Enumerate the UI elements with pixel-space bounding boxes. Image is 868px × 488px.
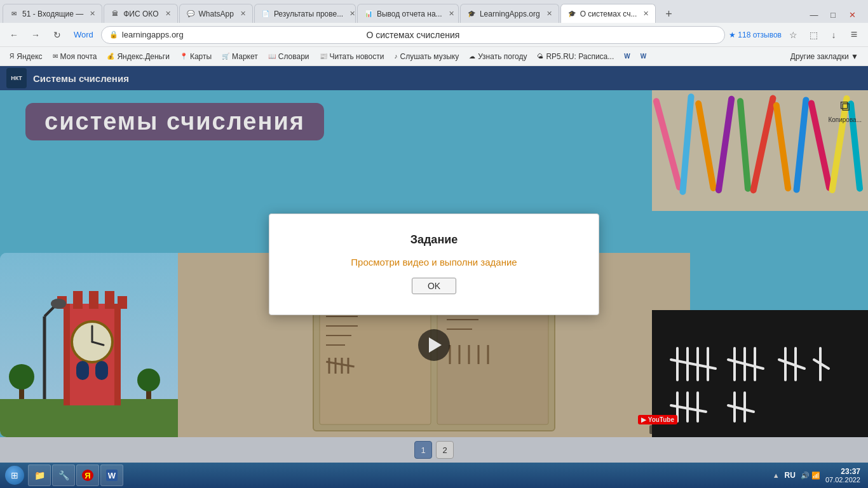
bookmark-dict-label: Словари [278,52,309,61]
maps-favicon: 📍 [180,53,187,60]
rp5-favicon: 🌤 [537,53,543,60]
tab-whatsapp[interactable]: 💬 WhatsApp ✕ [179,4,253,23]
market-favicon: 🛒 [222,53,229,60]
start-button[interactable]: ⊞ [3,464,27,487]
audio-network-icons: 🔊 📶 [801,471,820,480]
content-area: НКТ Системы счисления ⧉ Копирова... сист… [0,66,868,463]
taskbar-explorer[interactable]: 📁 [28,464,51,486]
tab-inbox[interactable]: ✉ 51 - Входящие — ✕ [3,4,102,23]
tab-close-results[interactable]: ✕ [349,10,355,18]
menu-icon[interactable]: ≡ [845,26,863,44]
bookmarks-bar: Я Яндекс ✉ Моя почта 💰 Яндекс.Деньги 📍 К… [0,47,868,66]
tab-favicon-fis: 🏛 [111,10,119,18]
audio-icon: 🔊 [801,471,810,480]
dict-favicon: 📖 [268,53,276,60]
bookmark-maps-label: Карты [190,52,212,61]
address-input[interactable]: 🔒 learningapps.org [101,26,725,44]
tab-learningapps[interactable]: 🎓 LearningApps.org ✕ [460,4,559,23]
tab-results[interactable]: 📄 Результаты прове... ✕ [254,4,356,23]
modal-text: Просмотри видео и выполни задание [351,257,517,268]
bookmark-rp5[interactable]: 🌤 RP5.RU: Расписа... [532,51,618,62]
bookmark-icon[interactable]: ☆ [784,26,802,44]
other-bookmarks-button[interactable]: Другие закладки ▼ [786,51,863,62]
bookmark-yandex-label: Яндекс [17,52,42,61]
bookmark-money[interactable]: 💰 Яндекс.Деньги [102,51,173,62]
tab-bar: ✉ 51 - Входящие — ✕ 🏛 ФИС ОКО ✕ 💬 WhatsA… [0,0,868,23]
forward-button[interactable]: → [27,26,44,44]
date-display: 07.02.2022 [825,476,860,484]
tab-label-inbox: 51 - Входящие — [22,10,83,18]
other-bookmarks-label: Другие закладки ▼ [790,52,858,61]
taskbar-word[interactable]: W [100,464,123,486]
screenshot-icon[interactable]: ⬚ [804,26,822,44]
lock-icon: 🔒 [109,30,118,39]
url-text: learningapps.org [122,30,717,39]
start-orb: ⊞ [5,466,24,485]
yandex-taskbar-icon: Я [82,470,93,481]
explorer-icon: 📁 [34,470,45,481]
tab-label-systems: О системах сч... [580,10,637,18]
reviews-label: ★ 118 отзывов [729,30,782,39]
tab-report[interactable]: 📊 Вывод отчета на... ✕ [357,4,459,23]
tab-favicon-whatsapp: 💬 [186,10,195,18]
bookmark-w2[interactable]: W [636,51,651,61]
language-indicator[interactable]: RU [785,471,796,480]
right-toolbar: ★ 118 отзывов ☆ ⬚ ↓ ≡ [729,26,863,44]
tab-label-results: Результаты прове... [274,10,343,18]
browser-frame: ✉ 51 - Входящие — ✕ 🏛 ФИС ОКО ✕ 💬 WhatsA… [0,0,868,488]
taskbar-tools[interactable]: 🔧 [52,464,75,486]
maximize-button[interactable]: □ [825,6,841,23]
bookmark-mail-label: Моя почта [60,52,97,61]
bookmark-news-label: Читать новости [330,52,384,61]
word-label: Word [74,30,93,39]
bookmark-money-label: Яндекс.Деньги [117,52,169,61]
reviews-button[interactable]: ★ 118 отзывов [729,30,782,39]
music-favicon: ♪ [394,53,397,60]
tab-favicon-learningapps: 🎓 [467,10,476,18]
tab-label-report: Вывод отчета на... [377,10,442,18]
taskbar: ⊞ 📁 🔧 Я W ▲ RU 🔊 📶 23:37 07.02.202 [0,463,868,488]
tab-label-fis: ФИС ОКО [123,10,158,18]
w1-favicon: W [624,53,630,60]
bookmark-music[interactable]: ♪ Слушать музыку [390,51,463,62]
bookmark-yandex[interactable]: Я Яндекс [5,51,47,62]
taskbar-clock[interactable]: 23:37 07.02.2022 [825,467,860,484]
tab-close-report[interactable]: ✕ [449,10,454,18]
yandex-favicon: Я [10,53,14,60]
modal-ok-button[interactable]: OK [412,278,456,294]
taskbar-right: ▲ RU 🔊 📶 23:37 07.02.2022 [773,467,865,484]
window-controls: — □ ✕ [806,6,865,23]
minimize-button[interactable]: — [806,6,822,23]
tab-label-whatsapp: WhatsApp [199,10,234,18]
modal-overlay: Задание Просмотри видео и выполни задани… [0,66,868,463]
tab-close-learningapps[interactable]: ✕ [546,10,552,18]
system-tray-icons: ▲ [773,471,780,479]
modal-title: Задание [410,233,458,247]
time-display: 23:37 [825,467,860,476]
tab-fis[interactable]: 🏛 ФИС ОКО ✕ [104,4,177,23]
tab-close-fis[interactable]: ✕ [165,10,171,18]
tab-favicon-inbox: ✉ [10,10,18,18]
bookmark-market[interactable]: 🛒 Маркет [217,51,262,62]
address-bar-row: ← → ↻ Word 🔒 learningapps.org О системах… [0,23,868,47]
tools-icon: 🔧 [58,470,69,481]
bookmark-maps[interactable]: 📍 Карты [175,51,216,62]
reload-button[interactable]: ↻ [48,26,66,44]
windows-icon: ⊞ [11,470,18,480]
bookmark-weather[interactable]: ☁ Узнать погоду [465,51,531,62]
close-button[interactable]: ✕ [844,6,860,23]
taskbar-yandex[interactable]: Я [76,464,99,486]
bookmark-news[interactable]: 📰 Читать новости [315,51,389,62]
tab-close-whatsapp[interactable]: ✕ [240,10,246,18]
back-button[interactable]: ← [5,26,23,44]
bookmark-mail[interactable]: ✉ Моя почта [48,51,102,62]
new-tab-button[interactable]: + [660,5,677,23]
bookmark-dict[interactable]: 📖 Словари [264,51,314,62]
download-icon[interactable]: ↓ [825,26,843,44]
money-favicon: 💰 [107,53,114,60]
bookmark-w1[interactable]: W [620,51,634,61]
tab-close-inbox[interactable]: ✕ [90,10,95,18]
word-button[interactable]: Word [70,30,97,39]
tab-systems[interactable]: 🎓 О системах сч... ✕ [560,4,656,23]
tab-close-systems[interactable]: ✕ [643,10,649,18]
